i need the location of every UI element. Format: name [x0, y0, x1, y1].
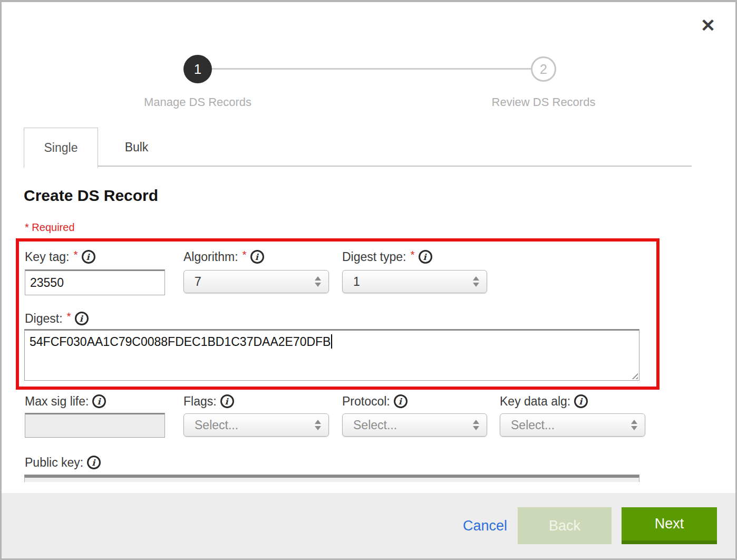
required-asterisk: *	[67, 310, 71, 323]
digest-type-select-value: 1	[353, 275, 360, 289]
info-icon[interactable]: i	[87, 456, 101, 469]
stepper-connector-line	[212, 68, 531, 70]
modal-footer: Cancel Back Next	[2, 493, 735, 558]
select-arrows-icon	[631, 420, 637, 430]
info-icon[interactable]: i	[75, 312, 89, 325]
algorithm-select[interactable]: 7	[183, 270, 329, 293]
flags-label-text: Flags:	[183, 394, 217, 409]
key-data-alg-label-text: Key data alg:	[500, 394, 570, 409]
protocol-label: Protocol: i	[342, 393, 408, 410]
tab-bulk[interactable]: Bulk	[98, 128, 175, 167]
info-icon[interactable]: i	[419, 250, 432, 264]
create-ds-record-modal: ✕ 1 2 Manage DS Records Review DS Record…	[0, 0, 737, 560]
flags-label: Flags: i	[183, 393, 234, 410]
digest-label: Digest: * i	[25, 310, 89, 327]
algorithm-select-value: 7	[195, 275, 201, 289]
required-asterisk: *	[73, 248, 77, 261]
key-tag-label-text: Key tag:	[25, 250, 69, 264]
required-asterisk: *	[243, 248, 247, 261]
select-arrows-icon	[473, 420, 479, 430]
next-button[interactable]: Next	[622, 507, 717, 544]
key-data-alg-select-value: Select...	[511, 418, 555, 432]
text-cursor	[331, 334, 332, 349]
stepper-step-1-label: Manage DS Records	[118, 95, 278, 109]
public-key-label: Public key: i	[25, 454, 101, 471]
required-note: * Required	[25, 221, 75, 234]
flags-select-value: Select...	[195, 418, 238, 432]
required-asterisk: *	[410, 248, 414, 261]
key-data-alg-label: Key data alg: i	[500, 393, 588, 410]
digest-label-text: Digest:	[25, 312, 63, 326]
key-tag-label: Key tag: * i	[25, 248, 95, 265]
stepper-step-2-circle: 2	[531, 56, 556, 82]
algorithm-label-text: Algorithm:	[183, 250, 238, 264]
resize-grip-icon[interactable]	[630, 371, 638, 379]
tabbar: Single Bulk	[24, 128, 692, 167]
info-icon[interactable]: i	[394, 394, 408, 408]
select-arrows-icon	[315, 420, 321, 430]
info-icon[interactable]: i	[220, 394, 234, 408]
close-icon[interactable]: ✕	[696, 14, 720, 37]
stepper-step-2-label: Review DS Records	[463, 95, 624, 109]
public-key-textarea[interactable]	[24, 475, 639, 482]
key-tag-input[interactable]	[25, 269, 165, 295]
cancel-button[interactable]: Cancel	[463, 518, 507, 534]
info-icon[interactable]: i	[92, 394, 106, 408]
max-sig-life-label: Max sig life: i	[25, 393, 106, 410]
digest-textarea[interactable]: 54FCF030AA1C79C0088FDEC1BD1C37DAA2E70DFB	[24, 329, 639, 381]
protocol-select-value: Select...	[353, 418, 397, 432]
select-arrows-icon	[473, 276, 479, 287]
public-key-label-text: Public key:	[25, 456, 83, 470]
back-button[interactable]: Back	[518, 507, 612, 544]
flags-select[interactable]: Select...	[183, 413, 329, 437]
key-data-alg-select[interactable]: Select...	[500, 413, 645, 437]
protocol-label-text: Protocol:	[342, 394, 390, 409]
algorithm-label: Algorithm: * i	[183, 248, 264, 265]
digest-type-label-text: Digest type:	[342, 250, 406, 264]
protocol-select[interactable]: Select...	[342, 413, 487, 437]
select-arrows-icon	[315, 276, 321, 287]
digest-type-select[interactable]: 1	[342, 270, 487, 293]
digest-type-label: Digest type: * i	[342, 248, 432, 265]
page-title: Create DS Record	[24, 187, 158, 205]
info-icon[interactable]: i	[82, 250, 95, 264]
max-sig-life-input[interactable]	[25, 413, 165, 438]
tab-single[interactable]: Single	[24, 128, 98, 168]
digest-value: 54FCF030AA1C79C0088FDEC1BD1C37DAA2E70DFB	[30, 335, 331, 349]
max-sig-life-label-text: Max sig life:	[25, 394, 89, 409]
stepper-step-1-circle: 1	[183, 55, 212, 83]
info-icon[interactable]: i	[574, 394, 588, 408]
info-icon[interactable]: i	[250, 250, 264, 264]
